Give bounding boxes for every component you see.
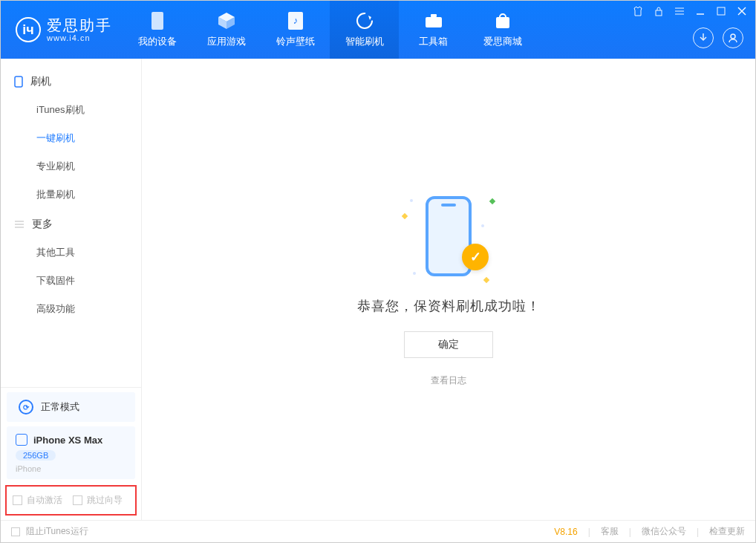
device-type: iPhone [16, 464, 126, 473]
sidebar-item-advanced[interactable]: 高级功能 [1, 295, 141, 323]
nav-label: 应用游戏 [207, 35, 246, 48]
maximize-icon[interactable] [715, 5, 727, 17]
device-capacity: 256GB [16, 450, 56, 461]
nav-ringtone-wallpaper[interactable]: ♪ 铃声壁纸 [261, 1, 330, 59]
version-label: V8.16 [554, 527, 577, 537]
sidebar-group-flash: 刷机 [1, 66, 141, 96]
minimize-icon[interactable] [694, 5, 706, 17]
sidebar-group-title: 刷机 [30, 75, 51, 88]
main-content: ✓ 恭喜您，保资料刷机成功啦！ 确定 查看日志 [142, 59, 755, 520]
spark-icon [402, 213, 408, 219]
sidebar-group-more: 更多 [1, 209, 141, 238]
separator: | [588, 527, 590, 537]
top-nav: 我的设备 应用游戏 ♪ 铃声壁纸 智能刷机 工具箱 爱思商城 [123, 1, 537, 59]
app-subtitle: www.i4.cn [47, 33, 112, 42]
svg-point-6 [357, 13, 372, 28]
phone-icon [16, 434, 27, 446]
refresh-shield-icon [355, 11, 374, 30]
svg-point-20 [731, 34, 735, 39]
checkbox-icon[interactable] [13, 495, 22, 505]
device-name: iPhone XS Max [33, 435, 102, 446]
dot-icon [410, 199, 413, 202]
nav-my-device[interactable]: 我的设备 [123, 1, 192, 59]
svg-rect-0 [151, 12, 163, 30]
sidebar: 刷机 iTunes刷机 一键刷机 专业刷机 批量刷机 更多 其他工具 下载固件 … [1, 59, 142, 520]
window-controls [632, 5, 748, 17]
separator: | [697, 527, 699, 537]
option-auto-activate[interactable]: 自动激活 [13, 494, 62, 507]
logo-icon: iч [16, 17, 41, 42]
device-panel: ⟳ 正常模式 iPhone XS Max 256GB iPhone 自动激活 跳… [1, 387, 141, 520]
block-itunes-label[interactable]: 阻止iTunes运行 [26, 525, 88, 538]
music-file-icon: ♪ [286, 11, 305, 30]
nav-label: 工具箱 [419, 35, 448, 48]
option-label: 自动激活 [27, 494, 62, 507]
device-card[interactable]: iPhone XS Max 256GB iPhone [7, 426, 135, 479]
footer-link-update[interactable]: 检查更新 [709, 525, 745, 538]
device-mode-label: 正常模式 [41, 400, 79, 414]
nav-apps-games[interactable]: 应用游戏 [192, 1, 261, 59]
cube-icon [217, 11, 236, 30]
success-message: 恭喜您，保资料刷机成功啦！ [357, 297, 541, 315]
success-illustration: ✓ [404, 192, 493, 281]
dot-icon [413, 272, 416, 275]
app-logo: iч 爱思助手 www.i4.cn [1, 1, 123, 59]
nav-label: 铃声壁纸 [276, 35, 315, 48]
sidebar-item-batch-flash[interactable]: 批量刷机 [1, 181, 141, 209]
device-mode-row[interactable]: ⟳ 正常模式 [7, 392, 135, 422]
app-title: 爱思助手 [47, 17, 112, 33]
ok-button[interactable]: 确定 [404, 331, 493, 358]
svg-rect-21 [15, 77, 22, 87]
option-skip-wizard[interactable]: 跳过向导 [73, 494, 123, 507]
mode-icon: ⟳ [19, 400, 33, 414]
app-header: iч 爱思助手 www.i4.cn 我的设备 应用游戏 ♪ 铃声壁纸 智能刷机 … [1, 1, 755, 59]
shirt-icon[interactable] [632, 5, 644, 17]
sidebar-item-oneclick-flash[interactable]: 一键刷机 [1, 124, 141, 152]
close-icon[interactable] [736, 5, 748, 17]
sidebar-item-pro-flash[interactable]: 专业刷机 [1, 152, 141, 181]
separator: | [629, 527, 631, 537]
spark-icon [483, 277, 489, 283]
svg-rect-11 [656, 10, 662, 16]
view-log-link[interactable]: 查看日志 [431, 374, 466, 387]
header-right-actions [693, 27, 743, 48]
list-icon [14, 220, 25, 229]
dot-icon [481, 224, 484, 227]
checkbox-icon[interactable] [11, 527, 20, 536]
briefcase-icon [424, 11, 443, 30]
option-label: 跳过向导 [87, 494, 123, 507]
device-icon [148, 11, 167, 30]
svg-marker-7 [368, 16, 371, 20]
footer-link-wechat[interactable]: 微信公众号 [642, 525, 686, 538]
download-button[interactable] [693, 27, 714, 48]
svg-rect-9 [431, 14, 437, 17]
bag-icon [493, 11, 512, 30]
nav-label: 我的设备 [138, 35, 177, 48]
nav-label: 爱思商城 [483, 35, 522, 48]
svg-rect-16 [717, 7, 725, 15]
nav-store[interactable]: 爱思商城 [468, 1, 537, 59]
options-highlighted-row: 自动激活 跳过向导 [5, 485, 137, 516]
phone-outline-icon [14, 76, 23, 88]
account-button[interactable] [723, 27, 743, 48]
nav-toolbox[interactable]: 工具箱 [399, 1, 468, 59]
menu-icon[interactable] [674, 5, 685, 17]
status-bar: 阻止iTunes运行 V8.16 | 客服 | 微信公众号 | 检查更新 [1, 520, 755, 542]
checkbox-icon[interactable] [73, 495, 82, 505]
footer-link-support[interactable]: 客服 [601, 525, 619, 538]
sidebar-group-title: 更多 [32, 218, 53, 231]
nav-smart-flash[interactable]: 智能刷机 [330, 1, 399, 59]
svg-rect-10 [496, 17, 509, 28]
sidebar-item-itunes-flash[interactable]: iTunes刷机 [1, 96, 141, 124]
sidebar-item-other-tools[interactable]: 其他工具 [1, 238, 141, 267]
spark-icon [489, 198, 495, 204]
nav-label: 智能刷机 [345, 35, 384, 48]
svg-text:♪: ♪ [293, 15, 298, 26]
app-body: 刷机 iTunes刷机 一键刷机 专业刷机 批量刷机 更多 其他工具 下载固件 … [1, 59, 755, 520]
svg-rect-8 [426, 17, 442, 27]
sidebar-item-download-firmware[interactable]: 下载固件 [1, 267, 141, 295]
checkmark-badge-icon: ✓ [462, 244, 489, 270]
lock-icon[interactable] [653, 5, 665, 17]
